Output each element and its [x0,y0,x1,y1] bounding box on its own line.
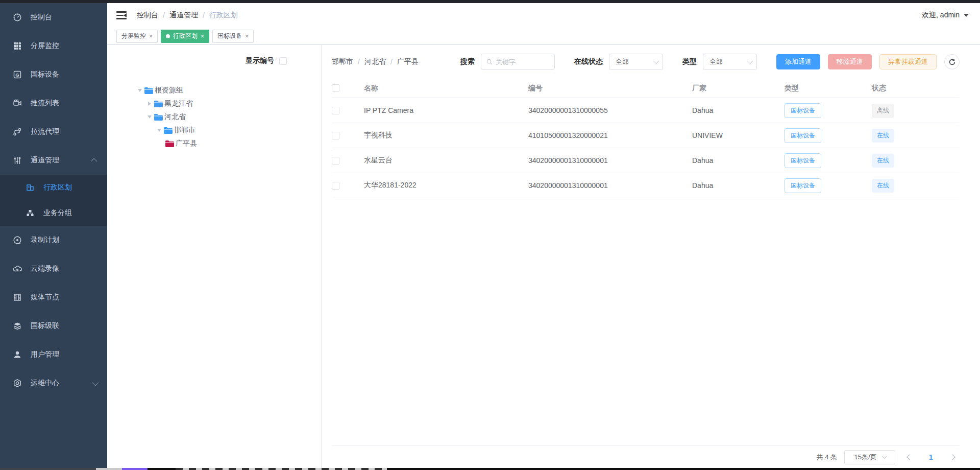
tab-gb-device[interactable]: 国标设备 × [212,30,254,43]
sidebar-item-label: 运维中心 [31,379,59,388]
breadcrumb-item[interactable]: 通道管理 [169,11,198,20]
chevron-right-icon [949,454,955,460]
region-crumb[interactable]: 广平县 [397,57,419,66]
status-badge-online: 在线 [872,129,894,143]
prev-page-button[interactable] [902,450,917,464]
user-icon [13,350,22,359]
table-row[interactable]: 大华28181-2022 34020000001310000001 Dahua … [332,173,960,198]
breadcrumb-separator: / [390,58,393,66]
hamburger-icon[interactable] [116,11,127,19]
sidebar-item-user-mgmt[interactable]: 用户管理 [0,340,107,369]
show-code-toggle-row: 显示编号 [246,56,287,65]
device-vendor: Dahua [692,106,785,114]
close-icon[interactable]: × [149,33,153,39]
next-page-button[interactable] [945,450,960,464]
sidebar-item-gb-cascade[interactable]: 国标级联 [0,312,107,340]
abnormal-mount-button[interactable]: 异常挂载通道 [879,54,937,69]
sidebar-item-biz-group[interactable]: 业务分组 [0,200,107,226]
chevron-left-icon [906,454,912,460]
tree-node-label: 邯郸市 [174,126,195,135]
device-pane: 邯郸市 / 河北省 / 广平县 搜索 在线状态 全部 类型 全部 添 [322,45,980,468]
tree-node-heilongjiang[interactable]: 黑龙江省 [136,97,197,110]
tree-node-guangping-selected[interactable]: 广平县 [136,137,197,150]
sidebar-item-gb-device[interactable]: G 国标设备 [0,60,107,89]
table-row[interactable]: 宇视科技 41010500001320000021 UNIVIEW 国标设备 在… [332,123,960,148]
column-code: 编号 [528,84,692,93]
action-buttons: 添加通道 移除通道 异常挂载通道 [776,54,960,69]
sidebar: 控制台 分屏监控 G 国标设备 推流列表 拉流代理 通道管理 行政区划 [0,3,107,468]
row-checkbox[interactable] [332,107,339,114]
tree-node-root[interactable]: 根资源组 [136,84,197,97]
sidebar-item-dashboard[interactable]: 控制台 [0,3,107,32]
folder-icon [154,100,163,108]
region-icon [26,183,35,192]
cascade-icon [13,321,22,331]
type-badge[interactable]: 国标设备 [785,178,821,193]
row-checkbox[interactable] [332,157,339,165]
chevron-up-icon [91,158,97,165]
region-crumb[interactable]: 河北省 [364,57,386,66]
tree-caret-icon[interactable] [155,126,163,134]
sidebar-item-split-monitor[interactable]: 分屏监控 [0,32,107,60]
status-badge-offline: 离线 [872,104,894,118]
row-checkbox[interactable] [332,132,339,139]
column-name: 名称 [364,84,528,93]
folder-icon [163,127,173,134]
close-icon[interactable]: × [201,33,204,39]
type-badge[interactable]: 国标设备 [785,128,821,143]
select-caret-icon [881,454,887,459]
breadcrumb-item[interactable]: 控制台 [137,11,158,20]
pull-proxy-icon [13,127,22,136]
record-plan-icon [13,236,22,245]
sidebar-item-label: 用户管理 [31,350,59,359]
region-crumb[interactable]: 邯郸市 [332,57,353,66]
close-icon[interactable]: × [245,33,249,39]
sidebar-item-admin-region[interactable]: 行政区划 [0,175,107,200]
device-name: 大华28181-2022 [364,181,528,190]
sidebar-item-ops-center[interactable]: 运维中心 [0,369,107,397]
row-checkbox[interactable] [332,182,339,190]
tab-split-monitor[interactable]: 分屏监控 × [116,30,158,43]
tree-node-handan[interactable]: 邯郸市 [136,124,197,137]
sidebar-item-media-node[interactable]: 媒体节点 [0,283,107,312]
online-status-select[interactable]: 全部 [609,54,663,70]
show-code-checkbox[interactable] [279,57,287,65]
sidebar-item-push-stream[interactable]: 推流列表 [0,89,107,118]
search-input[interactable] [496,58,549,66]
type-label: 类型 [682,57,697,66]
online-status-label: 在线状态 [574,57,603,66]
add-channel-button[interactable]: 添加通道 [776,54,820,69]
sidebar-item-pull-proxy[interactable]: 拉流代理 [0,118,107,146]
user-menu[interactable]: 欢迎, admin [922,11,969,20]
online-status-value: 全部 [616,57,629,66]
column-vendor: 厂家 [692,84,785,93]
page-number-current[interactable]: 1 [924,453,938,461]
chevron-down-icon [92,379,99,386]
tree-node-hebei[interactable]: 河北省 [136,110,197,124]
page-size-select[interactable]: 15条/页 [844,450,895,464]
sidebar-item-label: 云端录像 [31,264,59,273]
remove-channel-button[interactable]: 移除通道 [828,54,872,69]
select-all-checkbox[interactable] [332,84,339,92]
tree-caret-icon[interactable] [145,100,154,108]
active-dot-icon [166,34,170,38]
refresh-button[interactable] [944,54,960,69]
type-badge[interactable]: 国标设备 [785,103,821,118]
type-badge[interactable]: 国标设备 [785,153,821,168]
type-select[interactable]: 全部 [703,54,757,70]
tree-caret-icon[interactable] [136,86,144,95]
table-row[interactable]: IP PTZ Camera 34020000001310000055 Dahua… [332,98,960,123]
tab-label: 行政区划 [173,32,198,40]
device-code: 34020000001310000001 [528,181,692,190]
tab-admin-region[interactable]: 行政区划 × [161,30,209,43]
sidebar-item-label: 媒体节点 [31,293,59,302]
window-bottom-strip [0,468,980,470]
tree-caret-icon[interactable] [145,113,154,121]
column-type: 类型 [785,84,872,93]
table-row[interactable]: 水星云台 34020000001310000001 Dahua 国标设备 在线 [332,148,960,173]
sidebar-item-cloud-record[interactable]: 云端录像 [0,254,107,283]
sidebar-item-channel-mgmt[interactable]: 通道管理 [0,146,107,175]
breadcrumb-separator: / [358,58,360,66]
sidebar-item-record-plan[interactable]: 录制计划 [0,226,107,254]
header: 控制台 / 通道管理 / 行政区划 欢迎, admin [107,3,980,28]
